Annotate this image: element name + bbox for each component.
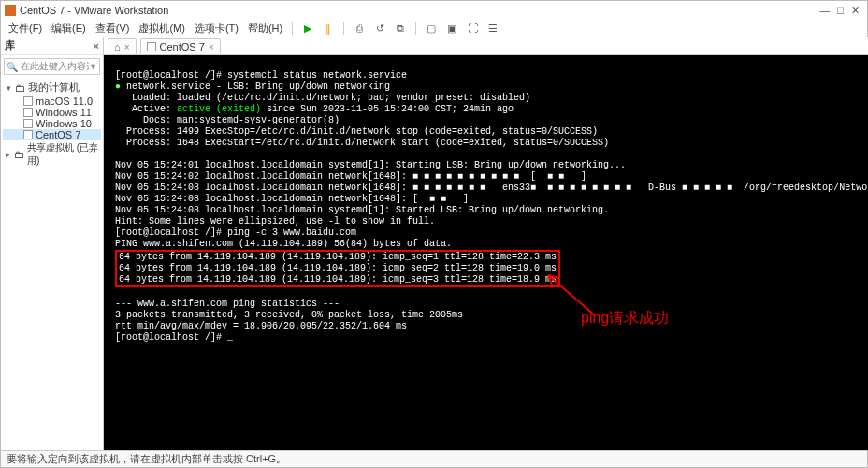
snapshot-button[interactable]: ⎙ xyxy=(352,21,367,36)
menu-help[interactable]: 帮助(H) xyxy=(244,21,286,37)
vm-icon xyxy=(147,42,156,51)
vmware-icon xyxy=(5,5,16,16)
tree-root-shared[interactable]: ▸🗀 共享虚拟机 (已弃用) xyxy=(3,140,101,168)
folder-icon: 🗀 xyxy=(15,82,25,94)
fullscreen-button[interactable]: ⛶ xyxy=(465,21,480,36)
tabstrip: ⌂ × CentOS 7 × xyxy=(104,37,868,55)
search-dropdown-icon[interactable]: ▼ xyxy=(89,62,97,71)
tree-item-win10[interactable]: Windows 10 xyxy=(3,118,101,129)
vm-tab[interactable]: CentOS 7 × xyxy=(140,38,221,54)
tree-item-macos[interactable]: macOS 11.0 xyxy=(3,95,101,107)
main-area: ⌂ × CentOS 7 × [root@localhost /]# syste… xyxy=(104,37,868,450)
console-button[interactable]: ▣ xyxy=(444,21,459,36)
library-sidebar: 库 × 🔍 在此处键入内容进行搜索 ▼ ▾🗀 我的计算机 macOS 11.0 … xyxy=(1,37,104,450)
library-tree: ▾🗀 我的计算机 macOS 11.0 Windows 11 Windows 1… xyxy=(1,78,103,170)
statusbar: 要将输入定向到该虚拟机，请在虚拟机内部单击或按 Ctrl+G。 xyxy=(1,450,867,467)
menubar: 文件(F) 编辑(E) 查看(V) 虚拟机(M) 选项卡(T) 帮助(H) ▶ … xyxy=(1,20,867,37)
minimize-button[interactable]: — xyxy=(819,5,830,17)
close-button[interactable]: ✕ xyxy=(851,5,860,17)
pause-button[interactable]: ‖ xyxy=(321,21,336,36)
manage-button[interactable]: ⧉ xyxy=(393,21,408,36)
menu-view[interactable]: 查看(V) xyxy=(92,21,134,37)
menu-edit[interactable]: 编辑(E) xyxy=(48,21,90,37)
library-close-icon[interactable]: × xyxy=(94,40,99,51)
menu-vm[interactable]: 虚拟机(M) xyxy=(135,21,189,37)
window-title: CentOS 7 - VMware Workstation xyxy=(20,5,168,16)
tab-close-icon[interactable]: × xyxy=(124,42,130,52)
terminal[interactable]: [root@localhost /]# systemctl status net… xyxy=(104,55,868,450)
search-placeholder: 在此处键入内容进行搜索 xyxy=(21,60,89,73)
tree-item-win11[interactable]: Windows 11 xyxy=(3,107,101,118)
library-header: 库 xyxy=(5,38,15,52)
maximize-button[interactable]: □ xyxy=(837,5,844,17)
library-search[interactable]: 🔍 在此处键入内容进行搜索 ▼ xyxy=(4,58,100,75)
menu-file[interactable]: 文件(F) xyxy=(5,21,46,37)
tree-root-mycomputer[interactable]: ▾🗀 我的计算机 xyxy=(3,80,101,95)
menu-tabs[interactable]: 选项卡(T) xyxy=(191,21,242,37)
play-button[interactable]: ▶ xyxy=(300,21,315,36)
ping-highlight-box: 64 bytes from 14.119.104.189 (14.119.104… xyxy=(115,250,560,287)
vmware-window: CentOS 7 - VMware Workstation — □ ✕ 文件(F… xyxy=(0,0,868,468)
tree-item-centos7[interactable]: CentOS 7 xyxy=(3,129,101,140)
unity-button[interactable]: ▢ xyxy=(424,21,439,36)
annotation-text: ping请求成功 xyxy=(581,313,669,324)
revert-button[interactable]: ↺ xyxy=(372,21,387,36)
home-tab[interactable]: ⌂ × xyxy=(108,38,137,54)
titlebar: CentOS 7 - VMware Workstation — □ ✕ xyxy=(1,1,867,20)
tab-close-icon[interactable]: × xyxy=(209,42,214,52)
folder-icon: 🗀 xyxy=(14,149,24,160)
thumbnail-button[interactable]: ☰ xyxy=(485,21,500,36)
home-icon: ⌂ xyxy=(114,41,121,52)
